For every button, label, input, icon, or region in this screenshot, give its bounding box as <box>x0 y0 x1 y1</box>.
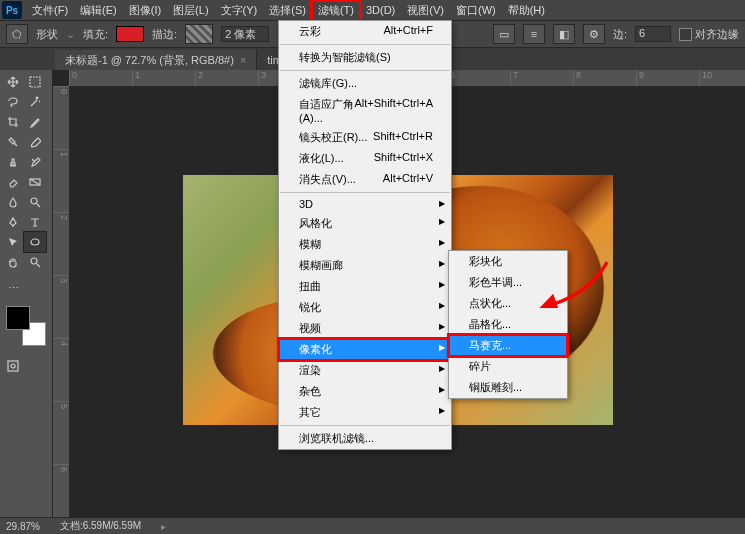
filter-last[interactable]: 云彩 Alt+Ctrl+F <box>279 21 451 42</box>
menu-window[interactable]: 窗口(W) <box>450 1 502 20</box>
align-edges-checkbox[interactable]: 对齐边缘 <box>679 27 739 42</box>
menu-edit[interactable]: 编辑(E) <box>74 1 123 20</box>
eraser-tool-icon[interactable] <box>2 172 24 192</box>
edge-label: 边: <box>613 27 627 42</box>
menu-item-label: 镜头校正(R)... <box>299 130 367 145</box>
menu-item-label: 其它 <box>299 405 321 420</box>
menu-image[interactable]: 图像(I) <box>123 1 167 20</box>
stroke-width-input[interactable]: 2 像素 <box>221 26 269 42</box>
filter-pixelate[interactable]: 像素化 <box>279 339 451 360</box>
brush-tool-icon[interactable] <box>24 132 46 152</box>
document-tab[interactable]: 未标题-1 @ 72.7% (背景, RGB/8#) × <box>55 50 257 71</box>
menu-item-label: 彩色半调... <box>469 276 522 288</box>
more-tools-icon[interactable]: ⋯ <box>2 278 24 298</box>
pen-tool-icon[interactable] <box>2 212 24 232</box>
stroke-swatch[interactable] <box>185 24 213 44</box>
quickmask-icon[interactable] <box>2 356 24 376</box>
menu-layer[interactable]: 图层(L) <box>167 1 214 20</box>
ruler-vertical: 0123456 <box>53 86 70 518</box>
menu-item-label: 自适应广角(A)... <box>299 97 354 124</box>
sub-halftone[interactable]: 彩色半调... <box>449 272 567 293</box>
menu-help[interactable]: 帮助(H) <box>502 1 551 20</box>
filter-smart[interactable]: 转换为智能滤镜(S) <box>279 47 451 68</box>
gradient-tool-icon[interactable] <box>24 172 46 192</box>
zoom-tool-icon[interactable] <box>24 252 46 272</box>
filter-menu: 云彩 Alt+Ctrl+F 转换为智能滤镜(S) 滤镜库(G)... 自适应广角… <box>278 20 452 450</box>
sub-mezzotint[interactable]: 铜版雕刻... <box>449 377 567 398</box>
stamp-tool-icon[interactable] <box>2 152 24 172</box>
wand-tool-icon[interactable] <box>24 92 46 112</box>
eyedropper-tool-icon[interactable] <box>24 112 46 132</box>
filter-blur[interactable]: 模糊 <box>279 234 451 255</box>
pathops-icon[interactable]: ▭ <box>493 24 515 44</box>
filter-noise[interactable]: 杂色 <box>279 381 451 402</box>
menu-item-shortcut: Alt+Ctrl+V <box>383 172 433 187</box>
hand-tool-icon[interactable] <box>2 252 24 272</box>
filter-adaptive[interactable]: 自适应广角(A)...Alt+Shift+Ctrl+A <box>279 94 451 127</box>
menu-item-label: 转换为智能滤镜(S) <box>299 50 391 65</box>
sub-facet[interactable]: 彩块化 <box>449 251 567 272</box>
menu-item-label: 液化(L)... <box>299 151 344 166</box>
pixelate-submenu: 彩块化 彩色半调... 点状化... 晶格化... 马赛克... 碎片 铜版雕刻… <box>448 250 568 399</box>
menu-item-label: 模糊 <box>299 237 321 252</box>
filter-distort[interactable]: 扭曲 <box>279 276 451 297</box>
filter-blurgallery[interactable]: 模糊画廊 <box>279 255 451 276</box>
lasso-tool-icon[interactable] <box>2 92 24 112</box>
filter-liquify[interactable]: 液化(L)...Shift+Ctrl+X <box>279 148 451 169</box>
gear-icon[interactable]: ⚙ <box>583 24 605 44</box>
type-tool-icon[interactable] <box>24 212 46 232</box>
filter-other[interactable]: 其它 <box>279 402 451 423</box>
menu-select[interactable]: 选择(S) <box>263 1 312 20</box>
shape-tool-icon[interactable] <box>24 232 46 252</box>
menu-item-label: 消失点(V)... <box>299 172 356 187</box>
menu-item-label: 彩块化 <box>469 255 502 267</box>
menu-3d[interactable]: 3D(D) <box>360 2 401 18</box>
shape-label: 形状 <box>36 27 58 42</box>
filter-3d[interactable]: 3D <box>279 195 451 213</box>
close-icon[interactable]: × <box>240 54 246 66</box>
filter-sharpen[interactable]: 锐化 <box>279 297 451 318</box>
fill-label: 填充: <box>83 27 108 42</box>
svg-point-3 <box>31 239 39 245</box>
menu-item-label: 像素化 <box>299 342 332 357</box>
menu-file[interactable]: 文件(F) <box>26 1 74 20</box>
doc-info: 文档:6.59M/6.59M <box>60 519 141 533</box>
menu-item-label: 滤镜库(G)... <box>299 76 357 91</box>
tool-preset-icon[interactable]: ⬠ <box>6 24 28 44</box>
menu-filter[interactable]: 滤镜(T) <box>312 1 360 20</box>
menu-view[interactable]: 视图(V) <box>401 1 450 20</box>
filter-video[interactable]: 视频 <box>279 318 451 339</box>
sub-crystallize[interactable]: 晶格化... <box>449 314 567 335</box>
menu-item-shortcut: Shift+Ctrl+X <box>374 151 433 166</box>
filter-stylize[interactable]: 风格化 <box>279 213 451 234</box>
svg-point-2 <box>31 198 37 204</box>
menu-item-label: 锐化 <box>299 300 321 315</box>
menu-item-shortcut: Shift+Ctrl+R <box>373 130 433 145</box>
fill-swatch[interactable] <box>116 26 144 42</box>
sub-mosaic[interactable]: 马赛克... <box>449 335 567 356</box>
menu-type[interactable]: 文字(Y) <box>215 1 264 20</box>
fg-color-swatch[interactable] <box>6 306 30 330</box>
filter-vanish[interactable]: 消失点(V)...Alt+Ctrl+V <box>279 169 451 190</box>
dodge-tool-icon[interactable] <box>24 192 46 212</box>
svg-rect-5 <box>8 361 18 371</box>
blur-tool-icon[interactable] <box>2 192 24 212</box>
filter-render[interactable]: 渲染 <box>279 360 451 381</box>
edge-input[interactable]: 6 <box>635 26 671 42</box>
align-icon[interactable]: ≡ <box>523 24 545 44</box>
history-brush-icon[interactable] <box>24 152 46 172</box>
color-swatches[interactable] <box>6 306 46 346</box>
sub-pointillize[interactable]: 点状化... <box>449 293 567 314</box>
path-select-icon[interactable] <box>2 232 24 252</box>
crop-tool-icon[interactable] <box>2 112 24 132</box>
filter-gallery[interactable]: 滤镜库(G)... <box>279 73 451 94</box>
move-tool-icon[interactable] <box>2 72 24 92</box>
arrange-icon[interactable]: ◧ <box>553 24 575 44</box>
marquee-tool-icon[interactable] <box>24 72 46 92</box>
filter-browse[interactable]: 浏览联机滤镜... <box>279 428 451 449</box>
heal-tool-icon[interactable] <box>2 132 24 152</box>
filter-lens[interactable]: 镜头校正(R)...Shift+Ctrl+R <box>279 127 451 148</box>
sub-fragment[interactable]: 碎片 <box>449 356 567 377</box>
toolbox: ⋯ <box>0 70 53 518</box>
zoom-level[interactable]: 29.87% <box>6 521 40 532</box>
